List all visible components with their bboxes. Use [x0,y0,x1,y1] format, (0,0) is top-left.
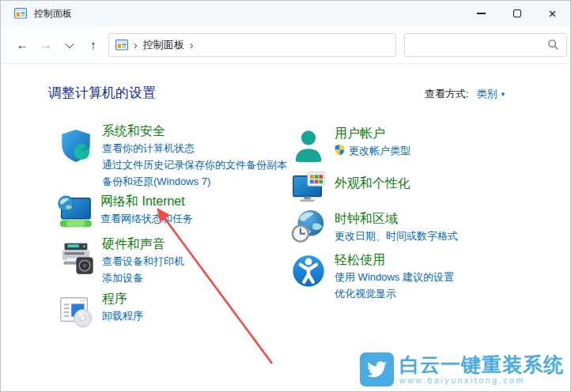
navigation-bar: ← → ↑ › 控制面板 › [1,26,570,64]
programs-disc-icon[interactable] [58,293,94,330]
personalization-icon[interactable] [290,170,327,206]
search-icon [547,39,559,51]
category-link[interactable]: 查看你的计算机状态 [102,141,299,156]
category-title-link[interactable]: 系统和安全 [102,122,299,140]
back-button[interactable]: ← [10,33,34,57]
page-title: 调整计算机的设置 [48,84,156,102]
watermark-title: 白云一键重装系统 [399,354,564,375]
maximize-button[interactable] [499,1,535,26]
category-hardware-sound: 硬件和声音 查看设备和打印机 添加设备 [58,236,299,286]
search-box[interactable] [404,33,567,57]
category-link[interactable]: 通过文件历史记录保存你的文件备份副本 [102,157,299,173]
bird-logo-icon [360,352,394,386]
category-network-internet: 网络和 Internet 查看网络状态和任务 [56,193,297,227]
category-title-link[interactable]: 网络和 Internet [100,193,297,210]
user-account-icon[interactable] [290,128,327,164]
chevron-down-icon [65,39,74,47]
forward-button[interactable]: → [34,33,58,57]
category-link[interactable]: 查看设备和打印机 [102,254,299,270]
address-bar[interactable]: › 控制面板 › [108,33,396,57]
view-by-control: 查看方式: 类别 ▾ [425,87,505,101]
control-panel-icon [14,7,27,20]
watermark-text: 白云一键重装系统 www.baiyunxitong.com [399,354,564,385]
category-link[interactable]: 备份和还原(Windows 7) [102,174,299,190]
category-link[interactable]: 添加设备 [102,270,299,286]
security-shield-icon[interactable] [58,127,94,164]
category-appearance-personalization: 外观和个性化 [290,175,531,192]
maximize-icon [513,9,521,17]
breadcrumb-item-control-panel[interactable]: 控制面板 [143,38,184,52]
up-button[interactable]: ↑ [81,33,105,57]
breadcrumb-chevron-icon: › [190,39,194,51]
clock-region-icon[interactable] [290,209,327,245]
category-link[interactable]: 优化视觉显示 [335,286,531,302]
dropdown-arrow-icon: ▾ [501,90,505,98]
category-programs: 程序 卸载程序 [58,290,299,324]
category-ease-of-access: 轻松使用 使用 Windows 建议的设置 优化视觉显示 [290,251,531,302]
category-link[interactable]: 卸载程序 [102,308,299,324]
uac-shield-icon [335,144,345,156]
control-panel-window: 控制面板 × ← → ↑ › 控制面板 › [0,0,571,392]
category-link[interactable]: 更改帐户类型 [335,143,531,159]
breadcrumb-chevron-icon: › [134,39,138,51]
category-link[interactable]: 使用 Windows 建议的设置 [335,270,531,285]
control-panel-home: 调整计算机的设置 查看方式: 类别 ▾ 系统和安全 查看你的计算机状态 [1,65,570,391]
window-title: 控制面板 [34,7,72,21]
recent-locations-button[interactable] [58,33,81,57]
breadcrumb-control-panel-icon [115,39,128,51]
category-title-link[interactable]: 时钟和区域 [335,210,531,228]
category-title-link[interactable]: 用户帐户 [335,125,531,142]
close-icon: × [549,7,557,21]
search-input[interactable] [412,40,547,51]
minimize-icon [477,13,486,13]
titlebar: 控制面板 × [1,1,570,26]
window-controls: × [463,1,570,26]
category-clock-region: 时钟和区域 更改日期、时间或数字格式 [290,210,531,244]
close-button[interactable]: × [535,1,570,26]
category-title-link[interactable]: 外观和个性化 [335,175,531,192]
ease-of-access-icon[interactable] [290,253,327,289]
category-link[interactable]: 更改日期、时间或数字格式 [335,228,531,244]
category-link-label: 更改帐户类型 [349,145,410,156]
category-user-accounts: 用户帐户 更改帐户类型 [290,125,531,159]
network-monitor-icon[interactable] [56,194,93,231]
view-by-dropdown[interactable]: 类别 [477,87,497,101]
printer-sound-icon[interactable] [58,240,94,277]
category-title-link[interactable]: 轻松使用 [335,251,531,269]
category-title-link[interactable]: 硬件和声音 [102,236,299,253]
category-link[interactable]: 查看网络状态和任务 [100,211,297,227]
watermark-url: www.baiyunxitong.com [399,375,564,385]
minimize-button[interactable] [463,1,499,26]
watermark: 白云一键重装系统 www.baiyunxitong.com [360,352,564,386]
category-system-security: 系统和安全 查看你的计算机状态 通过文件历史记录保存你的文件备份副本 备份和还原… [58,122,299,190]
view-by-label: 查看方式: [425,87,469,101]
category-title-link[interactable]: 程序 [102,290,299,307]
